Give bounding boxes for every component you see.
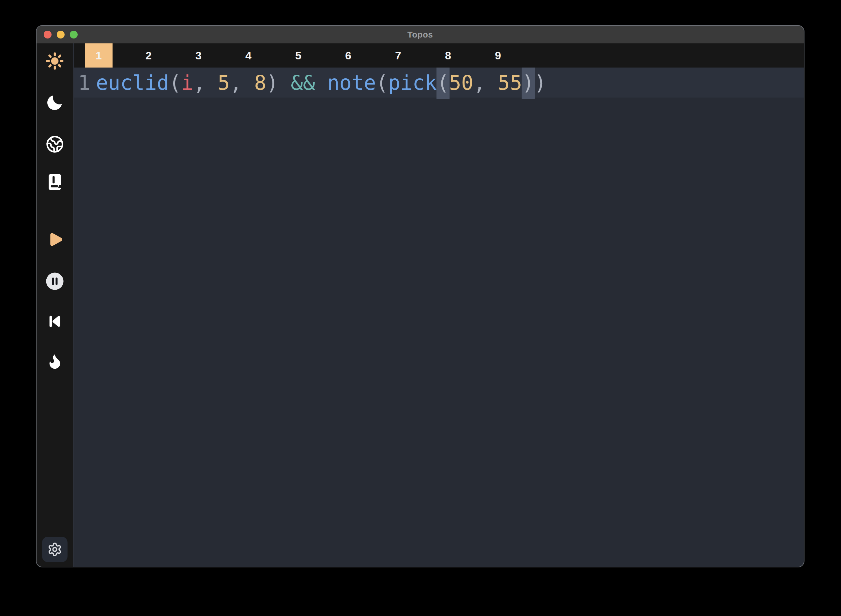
window-title: Topos <box>37 30 804 40</box>
light-theme-button[interactable] <box>45 51 64 71</box>
code-token-bracket-match: ) <box>522 71 534 95</box>
web-button[interactable] <box>45 134 64 154</box>
skip-back-icon <box>46 312 64 330</box>
app-window: Topos <box>36 25 804 568</box>
code-editor[interactable]: 1 euclid(i, 5, 8) && note(pick(50, 55)) <box>74 67 804 567</box>
code-token: i <box>181 71 193 95</box>
tab-label: 5 <box>285 43 312 67</box>
tab-7[interactable]: 7 <box>373 43 423 67</box>
tab-9[interactable]: 9 <box>473 43 523 67</box>
sun-icon <box>45 51 64 70</box>
book-icon <box>46 173 64 191</box>
docs-button[interactable] <box>45 172 64 192</box>
code-token: 50 <box>449 71 474 95</box>
code-token: ( <box>169 71 181 95</box>
tab-label: 1 <box>85 43 113 67</box>
code-token: note <box>327 71 376 95</box>
sidebar <box>37 43 74 567</box>
gear-icon <box>47 542 62 557</box>
tab-4[interactable]: 4 <box>223 43 273 67</box>
code-token: euclid <box>96 71 169 95</box>
globe-icon <box>46 135 64 153</box>
script-tab-bar: 1 2 3 4 5 6 7 8 9 <box>74 43 804 67</box>
tab-5[interactable]: 5 <box>273 43 323 67</box>
tab-label: 4 <box>235 43 262 67</box>
tab-label: 7 <box>385 43 412 67</box>
code-token: && <box>278 71 327 95</box>
pause-button[interactable] <box>45 271 64 291</box>
code-token: pick <box>388 71 437 95</box>
code-token: , <box>473 71 498 95</box>
clear-button[interactable] <box>45 351 64 371</box>
skip-back-button[interactable] <box>45 312 64 331</box>
code-line-tokens: euclid(i, 5, 8) && note(pick(50, 55)) <box>96 71 547 95</box>
code-token: 8 <box>254 71 266 95</box>
tab-3[interactable]: 3 <box>174 43 223 67</box>
main-area: 1 2 3 4 5 6 7 8 9 1 euclid(i, 5, 8) && n… <box>74 43 804 567</box>
play-icon <box>45 229 64 249</box>
tab-2[interactable]: 2 <box>124 43 174 67</box>
title-bar: Topos <box>37 26 804 43</box>
dark-theme-button[interactable] <box>45 92 64 112</box>
tab-label: 3 <box>185 43 212 67</box>
tab-label: 8 <box>435 43 462 67</box>
active-code-line[interactable]: 1 euclid(i, 5, 8) && note(pick(50, 55)) <box>74 67 804 98</box>
code-token: , <box>193 71 218 95</box>
code-token: 55 <box>498 71 522 95</box>
tab-8[interactable]: 8 <box>423 43 473 67</box>
settings-button[interactable] <box>42 537 67 562</box>
flame-icon <box>46 352 64 370</box>
play-button[interactable] <box>45 230 64 249</box>
pause-icon <box>45 272 64 291</box>
line-number: 1 <box>78 71 90 95</box>
tab-label: 2 <box>135 43 163 67</box>
code-token: ) <box>267 71 278 95</box>
code-token: ) <box>534 71 547 95</box>
tab-6[interactable]: 6 <box>323 43 373 67</box>
code-token: , <box>230 71 255 95</box>
code-token: ( <box>376 71 388 95</box>
tab-label: 6 <box>335 43 362 67</box>
moon-icon <box>45 93 64 112</box>
tab-1[interactable]: 1 <box>74 43 124 67</box>
code-token: 5 <box>218 71 230 95</box>
tab-label: 9 <box>485 43 512 67</box>
code-token-bracket-match: ( <box>437 71 449 95</box>
